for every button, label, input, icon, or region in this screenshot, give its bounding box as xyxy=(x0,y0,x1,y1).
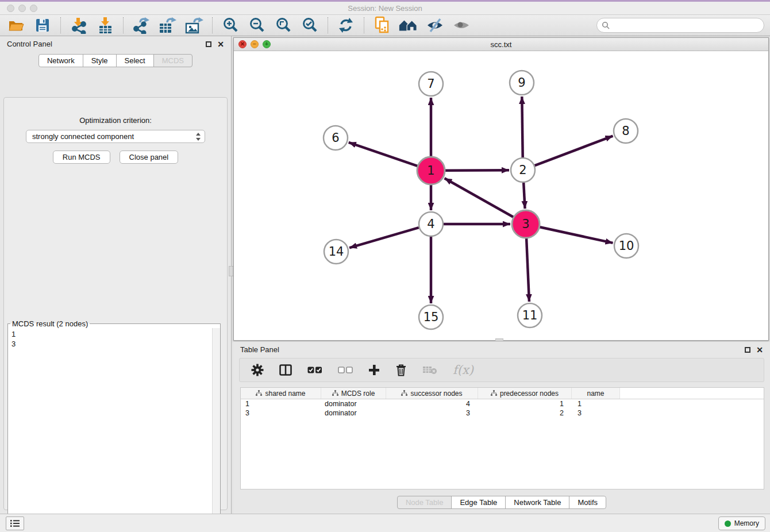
graph-node-2[interactable]: 2 xyxy=(511,158,535,182)
table-split-view-button[interactable] xyxy=(279,364,292,376)
open-session-button[interactable] xyxy=(6,16,26,34)
zoom-in-icon xyxy=(222,17,239,34)
result-scrollbar[interactable] xyxy=(212,328,220,532)
close-panel-button[interactable]: Close panel xyxy=(120,151,179,164)
gear-icon xyxy=(251,364,264,376)
graph-node-14[interactable]: 14 xyxy=(324,240,348,264)
tab-network-table[interactable]: Network Table xyxy=(505,496,569,509)
column-header-empty xyxy=(620,388,764,399)
column-header-name[interactable]: name xyxy=(572,388,620,399)
tab-mcds[interactable]: MCDS xyxy=(153,54,192,67)
attribute-tree-icon xyxy=(491,390,497,396)
network-resize-handle[interactable] xyxy=(495,338,503,341)
table-delete-table-button[interactable] xyxy=(422,365,437,375)
svg-text:10: 10 xyxy=(619,239,634,253)
export-image-button[interactable] xyxy=(184,16,205,34)
table-body: 1dominator4113dominator323 xyxy=(241,399,764,418)
float-panel-icon[interactable] xyxy=(206,41,211,47)
import-network-icon xyxy=(70,17,87,34)
graph-node-3[interactable]: 3 xyxy=(512,210,540,238)
zoom-selected-button[interactable] xyxy=(299,16,320,34)
graph-edge-2-3[interactable] xyxy=(523,183,525,209)
refresh-layout-button[interactable] xyxy=(336,16,356,34)
column-header-MCDS-role[interactable]: MCDS role xyxy=(321,388,386,399)
graph-edge-4-14[interactable] xyxy=(349,228,419,248)
tab-style[interactable]: Style xyxy=(83,54,117,67)
tab-edge-table[interactable]: Edge Table xyxy=(451,496,506,509)
deselect-all-icon xyxy=(338,367,353,374)
graph-node-1[interactable]: 1 xyxy=(417,157,445,184)
graph-node-11[interactable]: 11 xyxy=(518,303,542,327)
close-table-panel-icon[interactable]: ✕ xyxy=(756,347,763,353)
toolbar-separator xyxy=(60,17,61,33)
table-panel-title: Table Panel xyxy=(240,345,279,354)
column-header-successor-nodes[interactable]: successor nodes xyxy=(386,388,478,399)
search-input[interactable] xyxy=(613,20,764,31)
graph-node-7[interactable]: 7 xyxy=(419,72,443,96)
tab-motifs[interactable]: Motifs xyxy=(569,496,606,509)
run-mcds-button[interactable]: Run MCDS xyxy=(53,151,110,164)
table-toolbar: f(x) xyxy=(239,358,764,382)
graph-node-10[interactable]: 10 xyxy=(614,234,638,258)
hide-selected-button[interactable] xyxy=(425,16,445,34)
status-bar: Memory xyxy=(0,514,770,532)
control-panel: Control Panel ✕ NetworkStyleSelectMCDS O… xyxy=(0,36,232,514)
home-neighbors-button[interactable] xyxy=(398,16,419,34)
float-table-panel-icon[interactable] xyxy=(745,347,750,353)
mcds-tab-content: Optimization criterion: strongly connect… xyxy=(3,97,228,510)
graph-node-4[interactable]: 4 xyxy=(419,212,443,236)
graph-node-6[interactable]: 6 xyxy=(324,126,348,150)
import-table-button[interactable] xyxy=(95,16,116,34)
graph-edge-2-9[interactable] xyxy=(522,97,522,157)
search-field[interactable] xyxy=(596,18,764,33)
duplicate-network-icon xyxy=(374,16,391,34)
tab-node-table[interactable]: Node Table xyxy=(397,496,452,509)
node-table: shared nameMCDS rolesuccessor nodesprede… xyxy=(240,387,764,489)
graph-edge-1-2[interactable] xyxy=(445,170,509,171)
import-network-button[interactable] xyxy=(68,16,89,34)
table-delete-column-button[interactable] xyxy=(395,364,407,376)
table-settings-button[interactable] xyxy=(251,364,264,376)
svg-text:3: 3 xyxy=(522,217,529,231)
network-canvas[interactable]: 7968124314101511 xyxy=(234,51,768,340)
graph-node-15[interactable]: 15 xyxy=(419,305,443,329)
graph-edge-2-8[interactable] xyxy=(535,136,613,166)
eye-icon xyxy=(452,17,471,33)
task-history-button[interactable] xyxy=(6,516,24,530)
main-toolbar xyxy=(0,15,770,36)
export-table-button[interactable] xyxy=(157,16,178,34)
save-session-button[interactable] xyxy=(32,16,53,34)
mcds-result-text[interactable]: 1 3 xyxy=(8,328,212,532)
graph-node-8[interactable]: 8 xyxy=(614,119,638,143)
tab-select[interactable]: Select xyxy=(116,54,154,67)
table-row[interactable]: 3dominator323 xyxy=(241,408,764,418)
duplicate-network-button[interactable] xyxy=(372,16,392,34)
graph-node-9[interactable]: 9 xyxy=(510,71,534,95)
svg-text:7: 7 xyxy=(427,77,434,91)
zoom-out-button[interactable] xyxy=(247,16,267,34)
column-header-predecessor-nodes[interactable]: predecessor nodes xyxy=(478,388,572,399)
export-network-button[interactable] xyxy=(131,16,152,34)
graph-edge-3-1[interactable] xyxy=(445,178,514,217)
show-hidden-button[interactable] xyxy=(451,16,472,34)
split-columns-icon xyxy=(279,364,292,376)
table-select-all-button[interactable] xyxy=(307,367,322,374)
table-add-column-button[interactable] xyxy=(368,364,380,376)
column-header-shared-name[interactable]: shared name xyxy=(241,388,321,399)
graph-edge-3-10[interactable] xyxy=(540,227,613,243)
zoom-in-button[interactable] xyxy=(220,16,241,34)
optimization-criterion-select[interactable]: strongly connected component xyxy=(26,130,205,143)
graph-edge-1-6[interactable] xyxy=(349,142,418,166)
graph-edge-3-11[interactable] xyxy=(526,238,529,302)
memory-button[interactable]: Memory xyxy=(718,516,765,530)
network-window-titlebar[interactable]: ✕ − + scc.txt xyxy=(234,38,768,51)
tab-network[interactable]: Network xyxy=(38,54,83,67)
optimization-criterion-value: strongly connected component xyxy=(32,132,195,141)
table-row[interactable]: 1dominator411 xyxy=(241,399,764,408)
network-graph[interactable]: 7968124314101511 xyxy=(234,51,768,340)
svg-text:11: 11 xyxy=(522,309,538,322)
function-builder-button[interactable]: f(x) xyxy=(453,363,473,377)
zoom-fit-button[interactable] xyxy=(273,16,294,34)
close-panel-icon[interactable]: ✕ xyxy=(217,41,224,47)
table-deselect-all-button[interactable] xyxy=(338,367,353,374)
